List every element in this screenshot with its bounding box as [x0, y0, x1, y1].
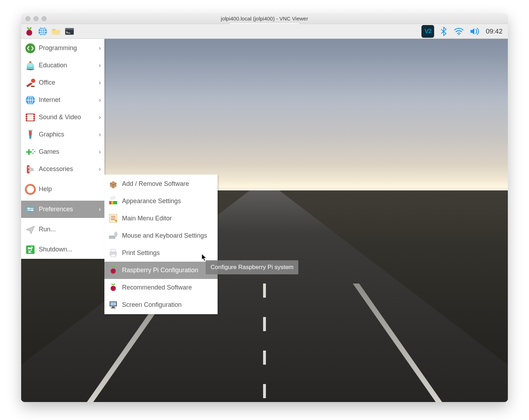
recommended-icon: [108, 282, 119, 293]
vnc-window: jolpi400.local (jolpi400) - VNC Viewer: [21, 13, 508, 402]
svg-rect-10: [65, 28, 74, 30]
menu-item-label: Help: [39, 185, 52, 193]
svg-rect-35: [109, 201, 111, 204]
menu-item-help[interactable]: Help: [21, 181, 104, 198]
svg-point-6: [29, 30, 30, 31]
menu-item-label: Preferences: [39, 206, 73, 213]
svg-rect-53: [110, 302, 116, 305]
rpi-config-icon: [108, 265, 119, 276]
clock[interactable]: 09:42: [486, 28, 503, 35]
svg-rect-20: [26, 114, 34, 121]
menu-item-label: Graphics: [39, 131, 64, 138]
svg-point-14: [27, 63, 34, 67]
remote-desktop[interactable]: V2 09:42 Programming›Education›Office›In…: [21, 24, 508, 402]
menu-item-label: Accessories: [39, 165, 73, 173]
chevron-right-icon: ›: [99, 165, 101, 173]
submenu-item-mainmenu[interactable]: Main Menu Editor: [104, 210, 218, 227]
svg-point-46: [113, 269, 115, 271]
wifi-icon[interactable]: [454, 28, 464, 35]
submenu-item-label: Appearance Settings: [122, 197, 181, 205]
tooltip: Configure Raspberry Pi system: [206, 260, 298, 274]
svg-rect-37: [110, 196, 116, 200]
svg-point-45: [111, 269, 113, 271]
chevron-right-icon: ›: [99, 79, 101, 86]
svg-point-33: [28, 247, 30, 249]
education-icon: [25, 60, 36, 71]
svg-point-12: [25, 43, 35, 53]
menu-item-graphics[interactable]: Graphics›: [21, 126, 104, 143]
application-menu: Programming›Education›Office›Internet›So…: [21, 39, 104, 259]
svg-point-31: [31, 209, 33, 211]
vnc-server-tray-icon[interactable]: V2: [421, 25, 434, 38]
menu-item-internet[interactable]: Internet›: [21, 91, 104, 109]
submenu-item-appearance[interactable]: Appearance Settings: [104, 193, 218, 210]
svg-rect-39: [109, 236, 116, 239]
svg-rect-23: [27, 165, 30, 174]
svg-point-49: [111, 286, 113, 288]
accessories-icon: [25, 164, 36, 175]
svg-point-16: [31, 79, 35, 83]
chevron-right-icon: ›: [99, 44, 101, 52]
bluetooth-icon[interactable]: [440, 26, 448, 37]
svg-point-47: [113, 271, 114, 273]
menu-item-sound-video[interactable]: Sound & Video›: [21, 109, 104, 126]
preferences-submenu: Add / Remove SoftwareAppearance Settings…: [104, 175, 218, 314]
svg-point-11: [458, 34, 460, 35]
submenu-item-print[interactable]: Print Settings: [104, 244, 218, 262]
chevron-right-icon: ›: [99, 96, 101, 104]
office-icon: [25, 77, 36, 89]
help-icon: [25, 184, 36, 195]
svg-point-5: [30, 33, 32, 35]
volume-icon[interactable]: [469, 27, 480, 36]
menu-item-label: Shutdown...: [39, 246, 72, 253]
svg-point-4: [27, 33, 29, 35]
add-remove-icon: [108, 178, 119, 190]
menu-item-office[interactable]: Office›: [21, 74, 104, 91]
appearance-icon: [108, 196, 119, 207]
menu-item-games[interactable]: Games›: [21, 143, 104, 160]
svg-rect-36: [111, 201, 113, 204]
menu-item-label: Programming: [39, 44, 77, 52]
menu-item-label: Office: [39, 79, 55, 86]
submenu-item-recommended[interactable]: Recommended Software: [104, 279, 218, 296]
chevron-right-icon: ›: [99, 62, 101, 69]
menu-item-preferences[interactable]: Preferences›: [21, 201, 104, 218]
svg-point-50: [113, 286, 115, 288]
svg-rect-22: [28, 130, 32, 131]
submenu-item-label: Add / Remove Software: [122, 180, 189, 188]
system-tray: V2 09:42: [421, 25, 506, 38]
menu-item-shutdown[interactable]: Shutdown...: [21, 241, 104, 258]
menu-item-label: Games: [39, 148, 59, 156]
menu-item-accessories[interactable]: Accessories›: [21, 160, 104, 178]
submenu-item-screen-config[interactable]: Screen Configuration: [104, 296, 218, 314]
menu-item-programming[interactable]: Programming›: [21, 39, 104, 57]
menu-item-label: Education: [39, 62, 67, 69]
submenu-item-label: Print Settings: [122, 249, 160, 257]
games-icon: [25, 146, 36, 158]
web-browser-launcher[interactable]: [36, 25, 49, 38]
svg-point-3: [28, 32, 30, 34]
submenu-item-mouse-keyboard[interactable]: Mouse and Keyboard Settings: [104, 227, 218, 244]
chevron-right-icon: ›: [99, 131, 101, 138]
chevron-right-icon: ›: [99, 148, 101, 156]
launchers: [23, 25, 76, 38]
svg-rect-43: [111, 254, 115, 257]
preferences-icon: [25, 204, 36, 215]
window-title: jolpi400.local (jolpi400) - VNC Viewer: [21, 16, 508, 22]
taskbar: V2 09:42: [21, 24, 508, 39]
submenu-item-label: Screen Configuration: [122, 301, 182, 309]
svg-rect-27: [26, 207, 35, 212]
svg-rect-21: [29, 130, 32, 135]
file-manager-launcher[interactable]: [50, 25, 62, 38]
menu-item-run[interactable]: Run...: [21, 221, 104, 238]
graphics-icon: [25, 129, 36, 140]
submenu-item-rpi-config[interactable]: Raspberry Pi Configuration: [104, 262, 218, 279]
chevron-right-icon: ›: [99, 206, 101, 213]
submenu-item-add-remove[interactable]: Add / Remove Software: [104, 175, 218, 193]
mouse-keyboard-icon: [108, 230, 119, 242]
menu-item-education[interactable]: Education›: [21, 57, 104, 74]
raspberry-menu-button[interactable]: [23, 25, 36, 38]
screen-config-icon: [108, 299, 119, 311]
submenu-item-label: Mouse and Keyboard Settings: [122, 232, 207, 239]
terminal-launcher[interactable]: [63, 25, 76, 38]
